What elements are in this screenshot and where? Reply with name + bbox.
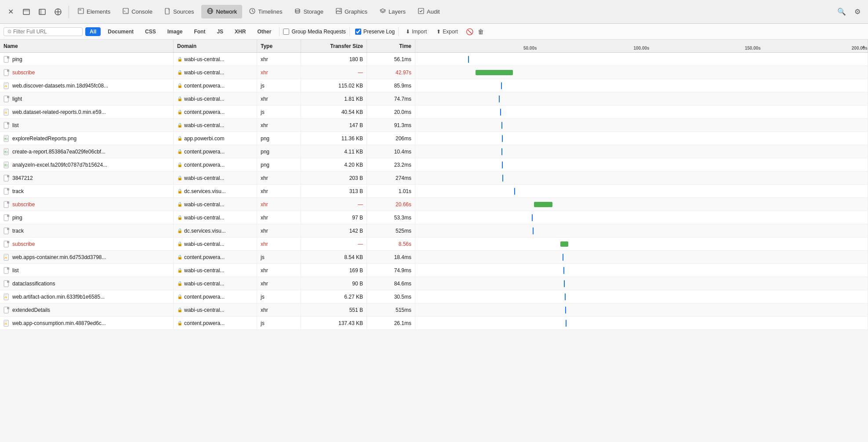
table-row[interactable]: track 🔒 dc.services.visu... xhr 142 B 52…	[0, 224, 868, 237]
table-header: Name Domain Type Transfer Size Time 50.0…	[0, 40, 868, 53]
cell-domain: 🔒 content.powera...	[174, 79, 257, 92]
tab-console-label: Console	[131, 8, 153, 15]
table-row[interactable]: subscribe 🔒 wabi-us-central... xhr — 8.5…	[0, 237, 868, 251]
export-button[interactable]: ⬆ Export	[433, 27, 461, 36]
close-button[interactable]: ✕	[4, 5, 18, 19]
filter-btn-js[interactable]: JS	[212, 27, 228, 36]
import-button[interactable]: ⬇ Import	[402, 27, 430, 36]
timeline-tick	[563, 254, 563, 261]
timeline-label-50: 50.00s	[523, 46, 537, 51]
table-row[interactable]: list 🔒 wabi-us-central... xhr 169 B 74.9…	[0, 264, 868, 277]
col-domain[interactable]: Domain	[174, 40, 257, 52]
filter-btn-xhr[interactable]: XHR	[230, 27, 250, 36]
table-row[interactable]: JS web.apps-container.min.6d753dd3798...…	[0, 251, 868, 264]
name-text: extendedDetails	[12, 307, 50, 313]
tab-console[interactable]: >_ Console	[117, 5, 158, 18]
svg-text:JS: JS	[4, 111, 7, 114]
type-text: xhr	[261, 69, 268, 76]
type-text: xhr	[261, 96, 268, 102]
svg-rect-68	[4, 294, 7, 296]
tab-layers[interactable]: Layers	[374, 5, 411, 18]
tab-graphics[interactable]: Graphics	[330, 5, 373, 18]
cell-time: 85.9ms	[367, 79, 415, 92]
svg-rect-73	[4, 320, 7, 322]
name-text: ping	[12, 215, 22, 221]
tab-network[interactable]: Network	[201, 5, 243, 18]
name-text: create-a-report.85386a7ea029fe06cbf...	[12, 149, 105, 155]
type-text: png	[261, 135, 269, 142]
filter-btn-image[interactable]: Image	[163, 27, 187, 36]
svg-rect-57	[7, 228, 9, 230]
table-row[interactable]: ping 🔒 wabi-us-central... xhr 97 B 53.3m…	[0, 211, 868, 224]
group-media-checkbox[interactable]	[283, 29, 289, 35]
tab-audit[interactable]: Audit	[413, 5, 445, 18]
table-row[interactable]: 3847212 🔒 wabi-us-central... xhr 203 B 2…	[0, 172, 868, 185]
cell-time: 56.1ms	[367, 53, 415, 66]
table-row[interactable]: JS web.artifact-action.min.633f9b1e6585.…	[0, 290, 868, 303]
cell-time: 42.97s	[367, 66, 415, 79]
svg-rect-51	[7, 188, 9, 190]
timeline-scroll-up[interactable]: ▲	[860, 40, 868, 52]
table-row[interactable]: analyzeIn-excel.fa209fc0787d7b15624... 🔒…	[0, 158, 868, 172]
timeline-tick	[532, 214, 533, 221]
cell-type: xhr	[257, 303, 301, 316]
cell-name: JS web.apps-container.min.6d753dd3798...	[0, 251, 174, 263]
filter-clear-icon[interactable]: 🗑	[478, 28, 484, 35]
size-text: 169 B	[349, 267, 363, 274]
name-text: exploreRelatedReports.png	[12, 135, 76, 142]
tab-timelines[interactable]: Timelines	[244, 5, 287, 18]
size-text: 6.27 KB	[344, 294, 363, 300]
filter-btn-font[interactable]: Font	[189, 27, 210, 36]
filter-btn-document[interactable]: Document	[103, 27, 138, 36]
col-name[interactable]: Name	[0, 40, 174, 52]
filter-btn-all[interactable]: All	[85, 27, 101, 36]
type-text: png	[261, 162, 269, 168]
col-transfer-size[interactable]: Transfer Size	[301, 40, 367, 52]
name-text: subscribe	[12, 69, 35, 76]
col-time[interactable]: Time	[367, 40, 415, 52]
undock-button[interactable]	[35, 5, 49, 19]
tab-elements[interactable]: Elements	[73, 5, 116, 18]
filter-btn-other[interactable]: Other	[253, 27, 276, 36]
filter-input-wrap[interactable]: ⊙	[4, 27, 83, 36]
inspect-button[interactable]	[51, 5, 65, 19]
cell-type: png	[257, 145, 301, 158]
table-row[interactable]: exploreRelatedReports.png 🔒 app.powerbi.…	[0, 132, 868, 145]
table-row[interactable]: JS web.discover-datasets.min.18d945fc08.…	[0, 79, 868, 92]
name-text: track	[12, 188, 24, 194]
type-text: xhr	[261, 241, 268, 247]
table-row[interactable]: subscribe 🔒 wabi-us-central... xhr — 20.…	[0, 198, 868, 211]
table-row[interactable]: create-a-report.85386a7ea029fe06cbf... 🔒…	[0, 145, 868, 158]
table-row[interactable]: JS web.app-consumption.min.48879ed6c... …	[0, 317, 868, 330]
svg-point-39	[5, 138, 6, 139]
clear-icon[interactable]: 🚫	[466, 28, 473, 35]
table-row[interactable]: extendedDetails 🔒 wabi-us-central... xhr…	[0, 303, 868, 317]
preserve-log-checkbox[interactable]	[355, 29, 361, 35]
table-row[interactable]: subscribe 🔒 wabi-us-central... xhr — 42.…	[0, 66, 868, 79]
tab-sources[interactable]: Sources	[160, 5, 200, 18]
tab-storage[interactable]: Storage	[289, 5, 329, 18]
timeline-tick	[500, 109, 501, 116]
table-row[interactable]: JS web.dataset-related-reports.0.min.e59…	[0, 106, 868, 119]
type-text: xhr	[261, 175, 268, 181]
search-button[interactable]: 🔍	[835, 5, 849, 19]
svg-rect-71	[7, 307, 9, 309]
filter-input[interactable]	[13, 29, 75, 35]
svg-text:>_: >_	[123, 9, 128, 13]
dock-button[interactable]	[19, 5, 33, 19]
col-type[interactable]: Type	[257, 40, 301, 52]
cell-size: —	[301, 66, 367, 79]
table-row[interactable]: track 🔒 dc.services.visu... xhr 313 B 1.…	[0, 185, 868, 198]
table-row[interactable]: list 🔒 wabi-us-central... xhr 147 B 91.3…	[0, 119, 868, 132]
lock-icon: 🔒	[177, 281, 182, 286]
time-text: 18.4ms	[394, 254, 411, 260]
file-icon	[4, 307, 10, 314]
settings-button[interactable]: ⚙	[850, 5, 864, 19]
table-row[interactable]: light 🔒 wabi-us-central... xhr 1.81 KB 7…	[0, 92, 868, 106]
filter-btn-css[interactable]: CSS	[141, 27, 160, 36]
time-text: 206ms	[396, 135, 411, 142]
lock-icon: 🔒	[177, 70, 182, 75]
name-text: web.discover-datasets.min.18d945fc08...	[12, 83, 108, 89]
table-row[interactable]: dataclassifications 🔒 wabi-us-central...…	[0, 277, 868, 290]
table-row[interactable]: ping 🔒 wabi-us-central... xhr 180 B 56.1…	[0, 53, 868, 66]
